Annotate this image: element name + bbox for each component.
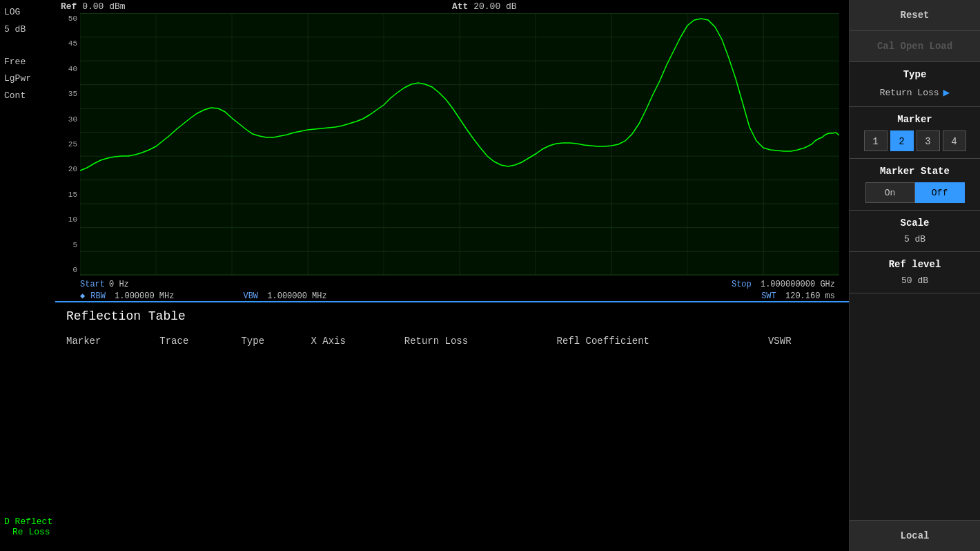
- cont-label: Cont: [4, 89, 51, 104]
- ref-level-title: Ref level: [855, 259, 974, 270]
- scale-label: 5 dB: [4, 23, 51, 37]
- marker-btn-3[interactable]: 3: [917, 130, 940, 151]
- marker-state-title: Marker State: [855, 166, 974, 177]
- ref-info: Ref 0.00 dBm: [61, 1, 126, 12]
- col-xaxis: X Axis: [311, 333, 404, 349]
- d-reflect-label: D Reflect: [4, 516, 52, 527]
- col-vswr: VSWR: [768, 333, 838, 349]
- marker-state-off-button[interactable]: Off: [915, 182, 965, 203]
- marker-title: Marker: [855, 114, 974, 125]
- type-arrow[interactable]: ▶: [943, 86, 950, 99]
- col-trace: Trace: [159, 333, 241, 349]
- ref-level-value: 50 dB: [855, 276, 974, 286]
- spectrum-chart: [80, 13, 839, 276]
- col-return-loss: Return Loss: [404, 333, 557, 349]
- right-panel: Reset Cal Open Load Type Return Loss ▶ M…: [849, 0, 980, 551]
- y-axis: 50 45 40 35 30 25 20 15 10 5 0: [55, 13, 80, 276]
- marker-buttons: 1 2 3 4: [855, 130, 974, 151]
- scale-value: 5 dB: [855, 234, 974, 244]
- col-refl-coeff: Refl Coefficient: [557, 333, 768, 349]
- type-title: Type: [855, 69, 974, 80]
- type-row: Return Loss ▶: [855, 86, 974, 99]
- chart-wrap: 50 45 40 35 30 25 20 15 10 5 0: [55, 13, 849, 276]
- marker-btn-2[interactable]: 2: [890, 130, 914, 151]
- log-label: LOG: [4, 6, 51, 20]
- lgpwr-label: LgPwr: [4, 72, 51, 86]
- type-value: Return Loss: [880, 88, 939, 98]
- table-header-row: Marker Trace Type X Axis Return Loss Ref…: [66, 333, 838, 349]
- marker-state-section: Marker State On Off: [850, 159, 980, 211]
- type-section: Type Return Loss ▶: [850, 62, 980, 107]
- reflection-table: Marker Trace Type X Axis Return Loss Ref…: [66, 333, 838, 349]
- marker-section: Marker 1 2 3 4: [850, 107, 980, 159]
- scale-section: Scale 5 dB: [850, 211, 980, 252]
- reflection-section: Reflection Table Marker Trace Type X Axi…: [55, 301, 849, 551]
- scale-title: Scale: [855, 218, 974, 229]
- re-loss-label: Re Loss: [12, 527, 52, 537]
- marker-btn-1[interactable]: 1: [864, 130, 888, 151]
- vbw-param: VBW 1.000000 MHz: [243, 291, 326, 301]
- local-button[interactable]: Local: [850, 520, 980, 551]
- chart-header: Ref 0.00 dBm Att 20.00 dB: [55, 0, 849, 13]
- chart-svg-wrap: [80, 13, 849, 276]
- free-label: Free: [4, 55, 51, 70]
- rbw-param: ◆ RBW 1.000000 MHz: [80, 291, 174, 301]
- marker-btn-4[interactable]: 4: [943, 130, 966, 151]
- col-marker: Marker: [66, 333, 159, 349]
- att-info: Att 20.00 dB: [452, 1, 517, 12]
- att-value: 20.00 dB: [473, 1, 516, 12]
- main-content: Ref 0.00 dBm Att 20.00 dB 50 45 40 35 30…: [55, 0, 849, 551]
- start-param: Start 0 Hz: [80, 280, 129, 289]
- col-type: Type: [241, 333, 311, 349]
- left-panel: LOG 5 dB Free LgPwr Cont: [0, 0, 55, 551]
- marker-state-on-button[interactable]: On: [865, 182, 915, 203]
- stop-param: Stop 1.000000000 GHz: [732, 280, 835, 289]
- ref-level-section: Ref level 50 dB: [850, 252, 980, 293]
- cal-open-load-button[interactable]: Cal Open Load: [850, 31, 980, 62]
- bottom-indicator: D Reflect Re Loss: [4, 516, 52, 537]
- reflection-title: Reflection Table: [66, 309, 838, 323]
- ref-value: 0.00 dBm: [82, 1, 125, 12]
- chart-bottom: Start 0 Hz Stop 1.000000000 GHz ◆ RBW 1.…: [55, 276, 849, 301]
- reset-button[interactable]: Reset: [850, 0, 980, 31]
- swt-param: SWT 120.160 ms: [761, 291, 835, 301]
- state-buttons: On Off: [855, 182, 974, 203]
